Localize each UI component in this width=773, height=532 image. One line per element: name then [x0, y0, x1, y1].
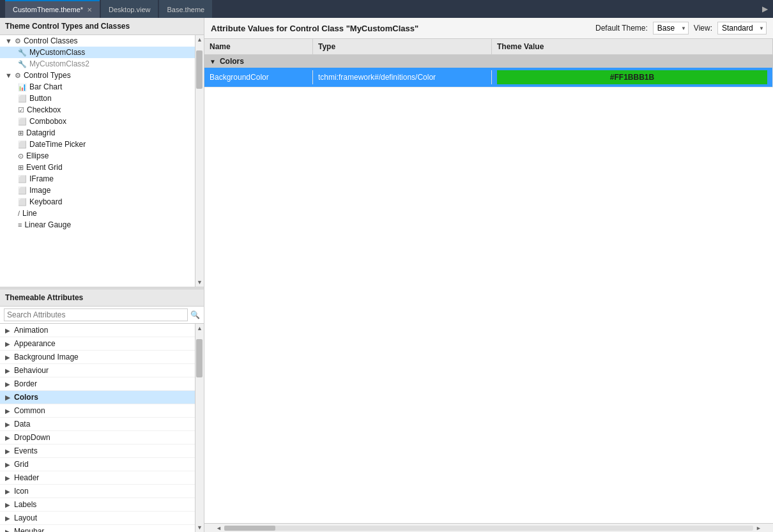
icon-label: Icon: [14, 487, 29, 496]
tab-customtheme[interactable]: CustomTheme.theme* ✕: [5, 0, 100, 18]
default-theme-select-wrapper: Base Dark Light: [653, 22, 689, 34]
default-theme-select[interactable]: Base Dark Light: [653, 22, 689, 34]
mycustomclass2-icon: 🔧: [18, 60, 27, 68]
data-label: Data: [14, 420, 30, 429]
tree-item-eventgrid[interactable]: ⊞ Event Grid: [0, 162, 195, 173]
tree-item-line[interactable]: / Line: [0, 208, 195, 219]
events-expand-icon: ▶: [5, 448, 10, 455]
image-icon: ⬜: [18, 186, 27, 195]
view-select[interactable]: Standard Compact: [717, 22, 767, 34]
eventgrid-icon: ⊞: [18, 163, 24, 172]
tab-scroll-arrow[interactable]: ▶: [762, 4, 768, 13]
attr-item-colors[interactable]: ▶ Colors: [0, 391, 195, 404]
tab-customtheme-label: CustomTheme.theme*: [13, 6, 83, 13]
tree-item-combobox[interactable]: ⬜ Combobox: [0, 116, 195, 127]
th-type: Type: [313, 39, 492, 54]
control-types-label: Control Types: [24, 71, 71, 80]
td-value-backgroundcolor: #FF1BBB1B: [492, 68, 773, 87]
tree-item-barchart[interactable]: 📊 Bar Chart: [0, 81, 195, 93]
attr-item-layout[interactable]: ▶ Layout: [0, 512, 195, 525]
tree-mycustomclass[interactable]: 🔧 MyCustomClass: [0, 47, 195, 58]
common-label: Common: [14, 406, 45, 415]
attr-vscroll-thumb[interactable]: [196, 339, 203, 377]
attr-item-border[interactable]: ▶ Border: [0, 377, 195, 391]
attr-item-labels[interactable]: ▶ Labels: [0, 498, 195, 512]
attr-item-common[interactable]: ▶ Common: [0, 404, 195, 418]
animation-label: Animation: [14, 326, 48, 335]
control-types-group-icon: ⚙: [15, 72, 21, 80]
tree-mycustomclass2[interactable]: 🔧 MyCustomClass2: [0, 58, 195, 70]
tree-control-classes-group[interactable]: ▼ ⚙ Control Classes: [0, 35, 195, 47]
attr-section: Themeable Attributes 🔍 ▶ Animation ▶ App…: [0, 289, 204, 532]
ellipse-icon: ⊙: [18, 152, 24, 160]
backgroundimage-label: Background Image: [14, 353, 79, 361]
lineargauge-icon: ≡: [18, 221, 22, 229]
group-colors[interactable]: ▼ Colors: [204, 55, 773, 68]
line-icon: /: [18, 209, 20, 217]
tree-vscroll-down[interactable]: ▼: [195, 278, 204, 287]
attr-header: Themeable Attributes: [0, 289, 204, 307]
attr-item-behaviour[interactable]: ▶ Behaviour: [0, 364, 195, 377]
colors-expand-icon: ▶: [5, 394, 10, 401]
tab-basetheme-label: Base.theme: [167, 6, 204, 13]
tree-item-lineargauge[interactable]: ≡ Linear Gauge: [0, 219, 195, 231]
attr-item-data[interactable]: ▶ Data: [0, 418, 195, 431]
keyboard-icon: ⬜: [18, 198, 27, 206]
h-scroll-right[interactable]: ►: [753, 525, 764, 531]
tree-item-datetime[interactable]: ⬜ DateTime Picker: [0, 139, 195, 150]
tree-item-button[interactable]: ⬜ Button: [0, 93, 195, 104]
combobox-icon: ⬜: [18, 118, 27, 126]
tab-basetheme[interactable]: Base.theme: [159, 0, 212, 18]
tree-vscroll-up[interactable]: ▲: [195, 35, 204, 44]
left-panel-header: Theme Control Types and Classes: [0, 18, 204, 35]
color-swatch-backgroundcolor[interactable]: #FF1BBB1B: [497, 70, 767, 84]
attr-vscroll-down[interactable]: ▼: [195, 523, 204, 532]
attr-toolbar: Attribute Values for Control Class "MyCu…: [204, 18, 773, 39]
content-area: Theme Control Types and Classes ▼ ⚙ Cont…: [0, 18, 773, 532]
data-expand-icon: ▶: [5, 421, 10, 428]
dropdown-label: DropDown: [14, 433, 50, 442]
attr-item-icon[interactable]: ▶ Icon: [0, 485, 195, 498]
attr-vscrollbar[interactable]: ▲ ▼: [195, 324, 204, 532]
tree-item-image[interactable]: ⬜ Image: [0, 185, 195, 196]
animation-expand-icon: ▶: [5, 327, 10, 334]
control-classes-label: Control Classes: [24, 36, 78, 45]
h-scroll-left[interactable]: ◄: [213, 525, 224, 531]
table-body: ▼ Colors BackgroundColor tchmi:framework…: [204, 55, 773, 523]
tree-vscrollbar[interactable]: ▲ ▼: [195, 35, 204, 287]
attr-item-events[interactable]: ▶ Events: [0, 445, 195, 458]
dropdown-expand-icon: ▶: [5, 434, 10, 441]
attr-item-appearance[interactable]: ▶ Appearance: [0, 337, 195, 351]
tree-vscroll-thumb[interactable]: [196, 50, 203, 89]
tree-item-keyboard[interactable]: ⬜ Keyboard: [0, 196, 195, 208]
border-label: Border: [14, 379, 37, 388]
common-expand-icon: ▶: [5, 407, 10, 414]
tree-vscroll-track: [195, 44, 204, 278]
tree-item-checkbox[interactable]: ☑ Checkbox: [0, 104, 195, 116]
tree-item-iframe[interactable]: ⬜ IFrame: [0, 173, 195, 185]
table-row-backgroundcolor[interactable]: BackgroundColor tchmi:framework#/definit…: [204, 68, 773, 87]
tree-control-types-group[interactable]: ▼ ⚙ Control Types: [0, 70, 195, 81]
tree-item-datagrid[interactable]: ⊞ Datagrid: [0, 127, 195, 139]
attr-item-backgroundimage[interactable]: ▶ Background Image: [0, 351, 195, 364]
attr-item-menubar[interactable]: ▶ Menubar: [0, 525, 195, 532]
attr-vscroll-up[interactable]: ▲: [195, 324, 204, 333]
layout-expand-icon: ▶: [5, 515, 10, 522]
attr-item-animation[interactable]: ▶ Animation: [0, 324, 195, 337]
tree-container: ▼ ⚙ Control Classes 🔧 MyCustomClass: [0, 35, 195, 287]
appearance-label: Appearance: [14, 339, 56, 348]
eventgrid-label: Event Grid: [26, 163, 63, 172]
attr-item-header[interactable]: ▶ Header: [0, 471, 195, 485]
attr-item-grid[interactable]: ▶ Grid: [0, 458, 195, 471]
group-colors-label: Colors: [220, 57, 244, 66]
tab-customtheme-close[interactable]: ✕: [87, 6, 92, 13]
search-input[interactable]: [4, 308, 188, 321]
tab-desktop-label: Desktop.view: [109, 6, 150, 13]
h-scroll-thumb[interactable]: [224, 526, 275, 531]
tree-item-ellipse[interactable]: ⊙ Ellipse: [0, 150, 195, 162]
grid-label: Grid: [14, 460, 29, 469]
tab-desktop[interactable]: Desktop.view: [101, 0, 158, 18]
attr-item-dropdown[interactable]: ▶ DropDown: [0, 431, 195, 445]
attr-vscroll-track: [195, 333, 204, 523]
mycustomclass-label: MyCustomClass: [29, 48, 85, 57]
